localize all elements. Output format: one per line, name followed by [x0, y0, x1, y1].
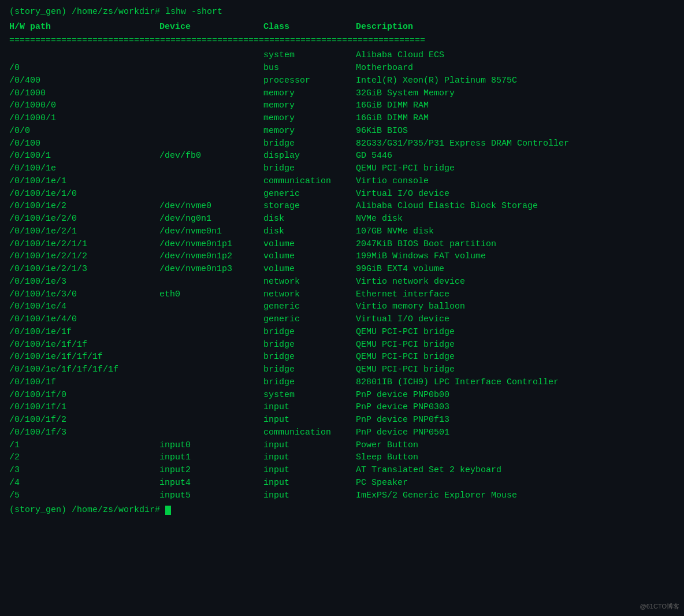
cell-class: bridge	[263, 376, 356, 389]
table-row: /0/100/1e/2/dev/nvme0storageAlibaba Clou…	[9, 200, 675, 213]
cell-hwpath: /0/100/1e/1f/1f	[9, 339, 159, 351]
cell-device	[159, 62, 263, 75]
table-row: /0/100/1e/1f/1f/1fbridgeQEMU PCI-PCI bri…	[9, 351, 675, 363]
table-row: /0/100/1e/1f/1fbridgeQEMU PCI-PCI bridge	[9, 339, 675, 351]
cell-hwpath: /2	[9, 451, 159, 464]
cell-device	[159, 300, 263, 313]
cell-class: input	[263, 414, 356, 426]
table-row: /3input2inputAT Translated Set 2 keyboar…	[9, 464, 675, 477]
table-row: /0/100/1e/3networkVirtio network device	[9, 276, 675, 288]
cell-description: NVMe disk	[356, 213, 675, 225]
table-row: /0/100/1e/1f/1f/1f/1fbridgeQEMU PCI-PCI …	[9, 363, 675, 376]
cell-description: 107GB NVMe disk	[356, 225, 675, 238]
cell-hwpath: /0/100/1e/1f/1f/1f/1f	[9, 363, 159, 376]
table-row: /0/100/1e/2/0/dev/ng0n1diskNVMe disk	[9, 213, 675, 225]
cell-device: /dev/nvme0	[159, 200, 263, 213]
cell-class: processor	[263, 75, 356, 87]
cell-description: 96KiB BIOS	[356, 125, 675, 138]
cell-device	[159, 112, 263, 125]
cell-description: 2047KiB BIOS Boot partition	[356, 238, 675, 251]
cell-device: eth0	[159, 288, 263, 301]
cell-class: memory	[263, 99, 356, 112]
cell-class: bridge	[263, 351, 356, 363]
cell-hwpath: /0/100/1e/2	[9, 200, 159, 213]
table-row: /0/100/1f/1inputPnP device PNP0303	[9, 401, 675, 414]
cell-hwpath: /0/1000/1	[9, 112, 159, 125]
cell-class: disk	[263, 225, 356, 238]
cell-hwpath: /0/100/1e/3/0	[9, 288, 159, 301]
table-row: /0/100/1f/0systemPnP device PNP0b00	[9, 389, 675, 402]
cell-class: bridge	[263, 326, 356, 339]
cell-hwpath: /0/100/1e/4	[9, 300, 159, 313]
cell-description: Virtio console	[356, 175, 675, 188]
cell-description: 82G33/G31/P35/P31 Express DRAM Controlle…	[356, 138, 675, 150]
cell-hwpath	[9, 49, 159, 62]
header-device: Device	[159, 21, 263, 34]
cell-hwpath: /0/100/1e/4/0	[9, 313, 159, 326]
table-row: /0/100/1e/1communicationVirtio console	[9, 175, 675, 188]
cell-hwpath: /0/0	[9, 125, 159, 138]
table-row: /0/100/1e/2/1/1/dev/nvme0n1p1volume2047K…	[9, 238, 675, 251]
cell-description: 82801IB (ICH9) LPC Interface Controller	[356, 376, 675, 389]
cell-hwpath: /0/100/1e/2/1/1	[9, 238, 159, 251]
command-line: (story_gen) /home/zs/workdir# lshw -shor…	[9, 6, 675, 18]
cell-hwpath: /0/100/1e/1f	[9, 326, 159, 339]
cell-description: PnP device PNP0b00	[356, 389, 675, 402]
cell-description: Virtio network device	[356, 276, 675, 288]
cell-class: input	[263, 451, 356, 464]
cell-description: Sleep Button	[356, 451, 675, 464]
cell-description: QEMU PCI-PCI bridge	[356, 351, 675, 363]
cell-description: ImExPS/2 Generic Explorer Mouse	[356, 489, 675, 502]
cell-class: storage	[263, 200, 356, 213]
table-row: /0/100bridge82G33/G31/P35/P31 Express DR…	[9, 138, 675, 150]
cell-hwpath: /0/100/1f/1	[9, 401, 159, 414]
cell-device	[159, 276, 263, 288]
cell-description: PnP device PNP0f13	[356, 414, 675, 426]
cell-description: QEMU PCI-PCI bridge	[356, 339, 675, 351]
cell-device	[159, 75, 263, 87]
cell-device	[159, 426, 263, 439]
cell-device	[159, 99, 263, 112]
cell-device: /dev/nvme0n1	[159, 225, 263, 238]
cell-class: system	[263, 389, 356, 402]
cell-class: network	[263, 276, 356, 288]
cell-description: 99GiB EXT4 volume	[356, 263, 675, 276]
cell-device: /dev/nvme0n1p3	[159, 263, 263, 276]
cell-class: volume	[263, 263, 356, 276]
table-row: /0/1000/1memory16GiB DIMM RAM	[9, 112, 675, 125]
cell-hwpath: /0/100/1f/0	[9, 389, 159, 402]
cell-hwpath: /0/100/1f/3	[9, 426, 159, 439]
cell-description: QEMU PCI-PCI bridge	[356, 363, 675, 376]
cell-class: volume	[263, 250, 356, 263]
cell-device	[159, 363, 263, 376]
cell-class: bridge	[263, 363, 356, 376]
table-row: /0/100/1/dev/fb0displayGD 5446	[9, 150, 675, 162]
cell-class: communication	[263, 426, 356, 439]
table-header: H/W path Device Class Description	[9, 21, 675, 34]
cell-hwpath: /0/100/1e/2/1/2	[9, 250, 159, 263]
table-row: /5input5inputImExPS/2 Generic Explorer M…	[9, 489, 675, 502]
cell-device	[159, 87, 263, 100]
cell-device	[159, 339, 263, 351]
cell-class: bus	[263, 62, 356, 75]
cell-device: input5	[159, 489, 263, 502]
cell-hwpath: /0/1000	[9, 87, 159, 100]
cell-hwpath: /0/100/1e/1f/1f/1f	[9, 351, 159, 363]
cell-description: PC Speaker	[356, 477, 675, 489]
cell-hwpath: /0	[9, 62, 159, 75]
cell-device	[159, 49, 263, 62]
cell-class: bridge	[263, 138, 356, 150]
header-class: Class	[263, 21, 356, 34]
cell-class: input	[263, 401, 356, 414]
cell-hwpath: /0/100	[9, 138, 159, 150]
cell-hwpath: /0/100/1e/2/1	[9, 225, 159, 238]
cell-class: generic	[263, 300, 356, 313]
cell-description: 16GiB DIMM RAM	[356, 99, 675, 112]
cell-class: input	[263, 439, 356, 452]
table-row: /0/1000memory32GiB System Memory	[9, 87, 675, 100]
cell-description: 199MiB Windows FAT volume	[356, 250, 675, 263]
cell-device	[159, 376, 263, 389]
cell-class: system	[263, 49, 356, 62]
cell-hwpath: /0/100/1f	[9, 376, 159, 389]
cell-device	[159, 326, 263, 339]
